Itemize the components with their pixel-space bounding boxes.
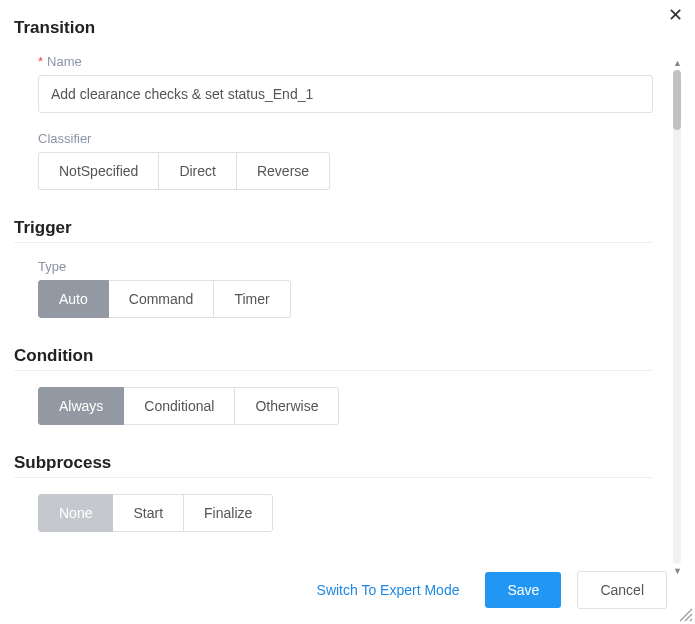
trigger-option-command[interactable]: Command: [108, 280, 215, 318]
dialog-footer: Switch To Expert Mode Save Cancel: [14, 559, 667, 619]
trigger-fields: Type Auto Command Timer: [14, 259, 653, 318]
transition-title: Transition: [14, 18, 653, 38]
trigger-type-group: Auto Command Timer: [38, 280, 653, 318]
required-asterisk: *: [38, 54, 43, 69]
condition-option-otherwise[interactable]: Otherwise: [234, 387, 339, 425]
condition-option-conditional[interactable]: Conditional: [123, 387, 235, 425]
trigger-title: Trigger: [14, 218, 653, 243]
name-label: *Name: [38, 54, 653, 69]
subprocess-option-finalize[interactable]: Finalize: [183, 494, 273, 532]
name-input[interactable]: [38, 75, 653, 113]
dialog-content: Transition *Name Classifier NotSpecified…: [0, 0, 667, 619]
save-button[interactable]: Save: [485, 572, 561, 608]
subprocess-group: None Start Finalize: [38, 494, 653, 532]
scroll-down-icon[interactable]: ▼: [673, 566, 681, 576]
transition-fields: *Name Classifier NotSpecified Direct Rev…: [14, 54, 653, 190]
cancel-button[interactable]: Cancel: [577, 571, 667, 609]
trigger-option-auto[interactable]: Auto: [38, 280, 109, 318]
trigger-type-label: Type: [38, 259, 653, 274]
classifier-option-direct[interactable]: Direct: [158, 152, 237, 190]
subprocess-title: Subprocess: [14, 453, 653, 478]
classifier-option-notspecified[interactable]: NotSpecified: [38, 152, 159, 190]
close-button[interactable]: ✕: [668, 6, 683, 24]
classifier-option-reverse[interactable]: Reverse: [236, 152, 330, 190]
condition-option-always[interactable]: Always: [38, 387, 124, 425]
scroll-up-icon[interactable]: ▲: [673, 58, 681, 68]
condition-title: Condition: [14, 346, 653, 371]
trigger-option-timer[interactable]: Timer: [213, 280, 290, 318]
switch-expert-mode-button[interactable]: Switch To Expert Mode: [307, 574, 470, 606]
classifier-group: NotSpecified Direct Reverse: [38, 152, 653, 190]
classifier-label: Classifier: [38, 131, 653, 146]
subprocess-option-start[interactable]: Start: [112, 494, 184, 532]
resize-handle-icon[interactable]: [679, 608, 693, 622]
subprocess-fields: None Start Finalize: [14, 494, 653, 532]
scrollbar-thumb[interactable]: [673, 70, 681, 130]
scrollbar[interactable]: [673, 70, 681, 564]
condition-group: Always Conditional Otherwise: [38, 387, 653, 425]
subprocess-option-none[interactable]: None: [38, 494, 113, 532]
condition-fields: Always Conditional Otherwise: [14, 387, 653, 425]
